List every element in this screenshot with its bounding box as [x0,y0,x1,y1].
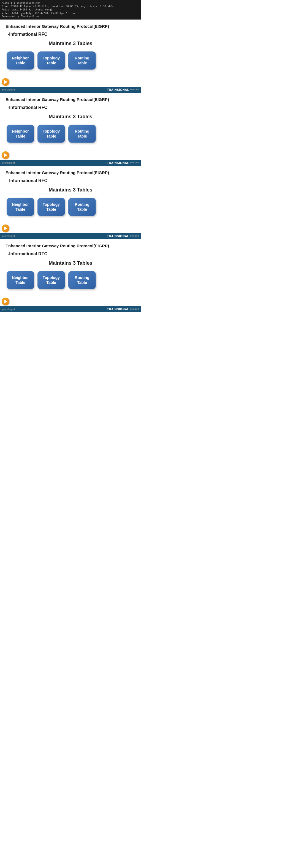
signal-part-3: SIGNAL [117,235,129,238]
timestamp-4: 00:04:00 [130,308,139,310]
pluralsight-label-2: pluralsight [2,161,15,164]
train-part-4: TRAIN [107,308,117,311]
bottom-bar-left-2: pluralsight [2,161,15,164]
bottom-bar-4: pluralsight TRAINSIGNAL 00:04:00 [0,306,141,312]
play-icon-3 [4,226,7,230]
main-title-4: Enhanced Interior Gateway Routing Protoc… [5,244,136,248]
video-info-line1: File: 1.1 Introduction.mp4 [2,1,139,5]
trainsignal-brand-2: TRAINSIGNAL [107,161,129,164]
tables-row-1: NeighborTable TopologyTable RoutingTable [5,52,136,70]
trainsignal-brand-4: TRAINSIGNAL [107,308,129,311]
play-row-1 [0,77,141,87]
play-button-1[interactable] [2,78,9,86]
section-1-content: Enhanced Interior Gateway Routing Protoc… [0,20,141,77]
sub-title-4: -Informational RFC [8,251,136,256]
section-heading-2: Maintains 3 Tables [5,114,136,120]
routing-table-card-3: RoutingTable [68,198,96,216]
train-part-3: TRAIN [107,235,117,238]
video-section-3: Enhanced Interior Gateway Routing Protoc… [0,166,141,239]
bottom-bar-right-4: TRAINSIGNAL 00:04:00 [107,308,139,311]
section-heading-1: Maintains 3 Tables [5,41,136,46]
bottom-bar-2: pluralsight TRAINSIGNAL 00:01:02 [0,160,141,166]
bottom-bar-right-2: TRAINSIGNAL 00:01:02 [107,161,139,164]
tables-row-4: NeighborTable TopologyTable RoutingTable [5,271,136,289]
video-info-line2: Size: 87907.42 Bytes (8.38 MiB), duratio… [2,5,139,8]
play-icon-2 [4,153,7,157]
video-info-line4: Video: h264, yuv420p, 102 4x768, 15.00 f… [2,11,139,15]
video-info-line3: Audio: aac, 44100 Hz, stereo (eng) [2,8,139,11]
routing-table-card-1: RoutingTable [68,52,96,70]
video-section-1: Enhanced Interior Gateway Routing Protoc… [0,20,141,93]
topology-table-card-1: TopologyTable [37,52,65,70]
bottom-bar-1: pluralsight TRAINSIGNAL 00:01:02 [0,87,141,93]
timestamp-2: 00:01:02 [130,161,139,164]
bottom-bar-right-3: TRAINSIGNAL 00:03:00 [107,235,139,238]
pluralsight-label-3: pluralsight [2,235,15,238]
neighbor-table-card-3: NeighborTable [7,198,34,216]
play-row-3 [0,223,141,233]
bottom-bar-3: pluralsight TRAINSIGNAL 00:03:00 [0,233,141,239]
play-button-2[interactable] [2,151,9,159]
video-section-2: Enhanced Interior Gateway Routing Protoc… [0,93,141,166]
tables-row-3: NeighborTable TopologyTable RoutingTable [5,198,136,216]
main-title-1: Enhanced Interior Gateway Routing Protoc… [5,24,136,29]
pluralsight-label-4: pluralsight [2,308,15,311]
timestamp-1: 00:01:02 [130,88,139,91]
sub-title-3: -Informational RFC [8,178,136,183]
topology-table-card-2: TopologyTable [37,125,65,143]
video-section-4: Enhanced Interior Gateway Routing Protoc… [0,239,141,312]
trainsignal-brand-3: TRAINSIGNAL [107,235,129,238]
trainsignal-brand-1: TRAINSIGNAL [107,88,129,91]
section-heading-4: Maintains 3 Tables [5,260,136,266]
play-row-2 [0,150,141,160]
topology-table-card-3: TopologyTable [37,198,65,216]
routing-table-card-2: RoutingTable [68,125,96,143]
play-icon-1 [4,80,7,84]
neighbor-table-card-4: NeighborTable [7,271,34,289]
topology-table-card-4: TopologyTable [37,271,65,289]
train-part-2: TRAIN [107,161,117,164]
section-3-content: Enhanced Interior Gateway Routing Protoc… [0,166,141,223]
play-button-4[interactable] [2,298,9,305]
pluralsight-label-1: pluralsight [2,88,15,91]
sub-title-2: -Informational RFC [8,105,136,110]
bottom-bar-right-1: TRAINSIGNAL 00:01:02 [107,88,139,91]
play-icon-4 [4,300,7,304]
video-info-line5: Generated by Thumbnail.me [2,15,139,19]
signal-part-2: SIGNAL [117,161,129,164]
play-row-4 [0,296,141,306]
section-2-content: Enhanced Interior Gateway Routing Protoc… [0,93,141,150]
video-info-bar: File: 1.1 Introduction.mp4 Size: 87907.4… [0,0,141,20]
play-button-3[interactable] [2,224,9,232]
neighbor-table-card-1: NeighborTable [7,52,34,70]
bottom-bar-left-4: pluralsight [2,308,15,311]
section-4-content: Enhanced Interior Gateway Routing Protoc… [0,239,141,296]
train-part-1: TRAIN [107,88,117,91]
bottom-bar-left-1: pluralsight [2,88,15,91]
sub-title-1: -Informational RFC [8,32,136,37]
main-title-2: Enhanced Interior Gateway Routing Protoc… [5,97,136,102]
timestamp-3: 00:03:00 [130,235,139,237]
routing-table-card-4: RoutingTable [68,271,96,289]
bottom-bar-left-3: pluralsight [2,235,15,238]
tables-row-2: NeighborTable TopologyTable RoutingTable [5,125,136,143]
main-title-3: Enhanced Interior Gateway Routing Protoc… [5,170,136,175]
signal-part-4: SIGNAL [117,308,129,311]
section-heading-3: Maintains 3 Tables [5,187,136,193]
neighbor-table-card-2: NeighborTable [7,125,34,143]
signal-part-1: SIGNAL [117,88,129,91]
